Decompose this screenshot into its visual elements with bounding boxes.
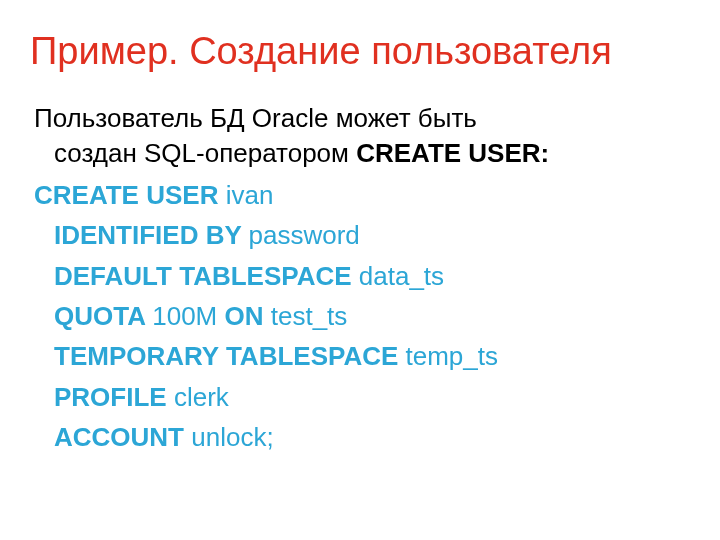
kw-temporary-tablespace: TEMPORARY TABLESPACE <box>54 341 406 371</box>
code-line-6: PROFILE clerk <box>54 377 690 417</box>
kw-account: ACCOUNT <box>54 422 191 452</box>
val-unlock: unlock; <box>191 422 273 452</box>
val-user: ivan <box>226 180 274 210</box>
kw-identified-by: IDENTIFIED BY <box>54 220 249 250</box>
kw-create-user: CREATE USER <box>34 180 226 210</box>
code-line-3: DEFAULT TABLESPACE data_ts <box>54 256 690 296</box>
intro-text: Пользователь БД Oracle может быть создан… <box>30 101 690 171</box>
intro-line-1: Пользователь БД Oracle может быть <box>34 101 690 136</box>
kw-on: ON <box>224 301 270 331</box>
slide-title: Пример. Создание пользователя <box>30 30 690 73</box>
kw-quota: QUOTA <box>54 301 152 331</box>
code-line-5: TEMPORARY TABLESPACE temp_ts <box>54 336 690 376</box>
val-clerk: clerk <box>174 382 229 412</box>
code-line-7: ACCOUNT unlock; <box>54 417 690 457</box>
code-line-1: CREATE USER ivan <box>34 175 690 215</box>
val-password: password <box>249 220 360 250</box>
code-line-2: IDENTIFIED BY password <box>54 215 690 255</box>
intro-line-2a: создан SQL-оператором <box>54 138 356 168</box>
intro-line-2: создан SQL-оператором CREATE USER: <box>54 136 690 171</box>
intro-line-2b: CREATE USER: <box>356 138 549 168</box>
val-100m: 100M <box>152 301 224 331</box>
val-temp-ts: temp_ts <box>406 341 499 371</box>
kw-default-tablespace: DEFAULT TABLESPACE <box>54 261 359 291</box>
kw-profile: PROFILE <box>54 382 174 412</box>
val-data-ts: data_ts <box>359 261 444 291</box>
code-line-4: QUOTA 100M ON test_ts <box>54 296 690 336</box>
val-test-ts: test_ts <box>271 301 348 331</box>
code-block: CREATE USER ivan IDENTIFIED BY password … <box>30 175 690 457</box>
